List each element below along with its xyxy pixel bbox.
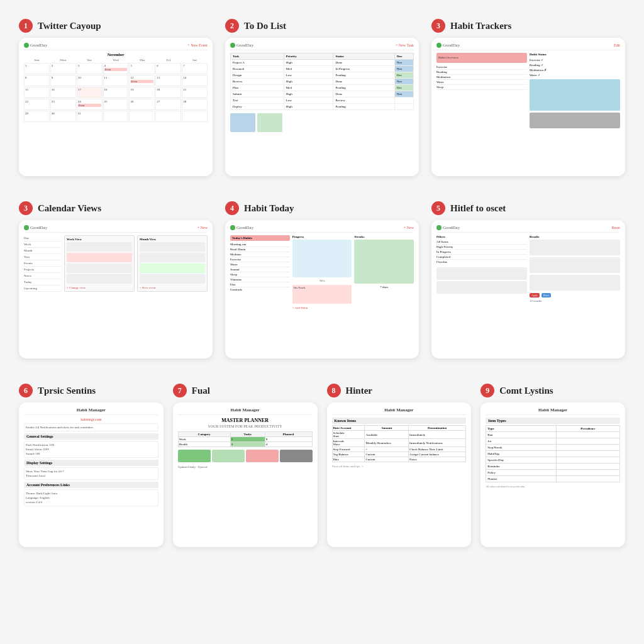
card-1-logo: GoodDay bbox=[24, 43, 47, 48]
habit-item[interactable]: Water bbox=[230, 262, 290, 267]
cal-cell[interactable]: 1 bbox=[24, 63, 50, 74]
sidebar-item[interactable]: Today bbox=[24, 279, 62, 286]
card-2[interactable]: GoodDay + New Task Task Priority Status … bbox=[225, 38, 419, 176]
sidebar-item[interactable]: Upcoming bbox=[24, 286, 62, 292]
table-row: Project A High Done Nov bbox=[231, 60, 414, 66]
task-name: Test bbox=[231, 97, 284, 104]
streak-green-block bbox=[354, 240, 414, 284]
cal-cell[interactable]: 26 bbox=[129, 99, 155, 110]
cal-cell[interactable]: 24Event bbox=[77, 99, 103, 110]
reset-btn[interactable]: Reset bbox=[541, 293, 551, 297]
sidebar-item[interactable]: Month bbox=[24, 248, 62, 254]
sidebar-item[interactable]: Projects bbox=[24, 267, 62, 273]
cal-cell[interactable]: 5 bbox=[129, 63, 155, 74]
apply-btn[interactable]: Apply bbox=[530, 293, 540, 297]
col-due: Due bbox=[395, 53, 414, 60]
cal-cell[interactable]: 15 bbox=[24, 87, 50, 98]
card-7[interactable]: Habit Manager habitmgr.com Enable All No… bbox=[19, 402, 164, 547]
cal-secondary-col: Month View + New event bbox=[137, 235, 208, 292]
cal-cell[interactable]: 27 bbox=[155, 99, 181, 110]
habit-item[interactable]: Journal bbox=[230, 267, 290, 272]
filter-item[interactable]: High Priority bbox=[436, 245, 527, 250]
logo-dot-4 bbox=[24, 225, 29, 230]
card-9[interactable]: Habit Manager Known Items Date/Account A… bbox=[327, 402, 472, 547]
table-row: Submit High Done Nov bbox=[231, 91, 414, 97]
cal-cell[interactable]: 18 bbox=[103, 87, 129, 98]
cal-cell[interactable]: 7 bbox=[182, 63, 208, 74]
habit-today-right: Streaks 7 days bbox=[354, 235, 414, 309]
cal-cell[interactable]: 11 bbox=[103, 75, 129, 86]
cal-cell[interactable]: 25 bbox=[103, 99, 129, 110]
sidebar-item[interactable]: Week bbox=[24, 242, 62, 248]
cal-cell[interactable]: 29 bbox=[24, 111, 50, 122]
cal-cell[interactable]: 9 bbox=[50, 75, 76, 86]
habit-item[interactable]: Meditate bbox=[230, 252, 290, 257]
habit-item[interactable]: Sleep bbox=[230, 272, 290, 277]
cal-cell[interactable]: 21 bbox=[182, 87, 208, 98]
task-priority: High bbox=[284, 60, 333, 66]
cal-cell[interactable]: 4Event bbox=[103, 63, 129, 74]
card-1[interactable]: GoodDay + New Event November Sun Mon Tue… bbox=[19, 38, 213, 176]
card-8[interactable]: Habit Manager MASTER PLANNER YOUR SYSTEM… bbox=[173, 402, 318, 547]
app-name-3: GoodDay bbox=[443, 43, 460, 48]
cal-cell bbox=[103, 111, 129, 122]
cal-cell[interactable]: 23 bbox=[50, 99, 76, 110]
item-5-wrapper: 4 Habit Today GoodDay + New Today's Habi… bbox=[225, 201, 419, 358]
habit-item[interactable]: Diet bbox=[230, 282, 290, 287]
title-9-text: Hinter bbox=[346, 386, 373, 396]
count-cell: Run bbox=[486, 432, 557, 438]
cal-cell[interactable]: 10 bbox=[77, 75, 103, 86]
cal-cell-today[interactable]: 17 bbox=[77, 87, 103, 98]
main-container: 1 Twitter Cayoup GoodDay + New Event Nov… bbox=[13, 13, 631, 553]
task-name: Review bbox=[231, 79, 284, 85]
add-event-link[interactable]: + Change view bbox=[67, 286, 132, 289]
filter-item[interactable]: Completed bbox=[436, 255, 527, 260]
habit-item[interactable]: Read 20min bbox=[230, 247, 290, 252]
cal-cell[interactable]: 31 bbox=[77, 111, 103, 122]
cal-cell[interactable]: 14 bbox=[182, 75, 208, 86]
cal-cell[interactable]: 8 bbox=[24, 75, 50, 86]
card-4[interactable]: GoodDay + New Day Week Month Year Events… bbox=[19, 220, 213, 358]
count-cell bbox=[556, 476, 619, 482]
status-blue bbox=[230, 113, 255, 132]
cal-cell[interactable]: 30 bbox=[50, 111, 76, 122]
habit-item[interactable]: Gratitude bbox=[230, 287, 290, 292]
title-2-text: To Do List bbox=[244, 21, 286, 31]
text-block-7a: Enable All Notifications and alerts for … bbox=[24, 423, 158, 431]
card-10[interactable]: Habit Manager Item Types Type Prevalence… bbox=[480, 402, 625, 547]
sidebar-item[interactable]: Notes bbox=[24, 273, 62, 279]
cal-cell[interactable]: 16 bbox=[50, 87, 76, 98]
filter-layout: Filters All Items High Priority In Progr… bbox=[436, 235, 620, 303]
sidebar-item[interactable]: Day bbox=[24, 235, 62, 242]
habit-item[interactable]: Exercise bbox=[230, 257, 290, 262]
row-2: 3 Calendar Views GoodDay + New Day Week … bbox=[13, 195, 631, 365]
count-cell bbox=[556, 445, 619, 451]
cal-cell[interactable]: 6 bbox=[155, 63, 181, 74]
habit-item[interactable]: Morning run bbox=[230, 242, 290, 247]
full-table: Category Tasks Planned Work 5 8 Health 3… bbox=[178, 431, 313, 447]
day-sun: Sun bbox=[24, 58, 50, 62]
habit-item[interactable]: Vitamins bbox=[230, 277, 290, 282]
cal-cell[interactable]: 20 bbox=[155, 87, 181, 98]
cal-cell[interactable]: 19 bbox=[129, 87, 155, 98]
habit-add-link[interactable]: + Add Habit bbox=[292, 306, 352, 309]
table-row: Step Forward + Check Balance Note Limit bbox=[332, 447, 466, 452]
filter-item[interactable]: In Progress bbox=[436, 250, 527, 255]
cal-cell[interactable]: 13 bbox=[155, 75, 181, 86]
filter-item[interactable]: Overdue bbox=[436, 260, 527, 264]
cal-cell[interactable]: 2 bbox=[50, 63, 76, 74]
add-event-link2[interactable]: + New event bbox=[140, 286, 205, 289]
cal-cell[interactable]: 28 bbox=[182, 99, 208, 110]
sidebar-item[interactable]: Year bbox=[24, 254, 62, 260]
progress-pink-block: On Track bbox=[292, 285, 352, 304]
cal-cell[interactable]: 12Event bbox=[129, 75, 155, 86]
card-6[interactable]: GoodDay Reset Filters All Items High Pri… bbox=[431, 220, 625, 358]
card-3[interactable]: GoodDay Edit Habit Overview Exercise Rea… bbox=[431, 38, 625, 176]
cal-cell[interactable]: 3 bbox=[77, 63, 103, 74]
count-col: Prevalence bbox=[556, 426, 619, 432]
item-7-title: 6 Tprsic Sentins bbox=[19, 384, 164, 397]
cal-cell[interactable]: 22 bbox=[24, 99, 50, 110]
filter-item[interactable]: All Items bbox=[436, 240, 527, 245]
card-5[interactable]: GoodDay + New Today's Habits Morning run… bbox=[225, 220, 419, 358]
sidebar-item[interactable]: Events bbox=[24, 260, 62, 267]
